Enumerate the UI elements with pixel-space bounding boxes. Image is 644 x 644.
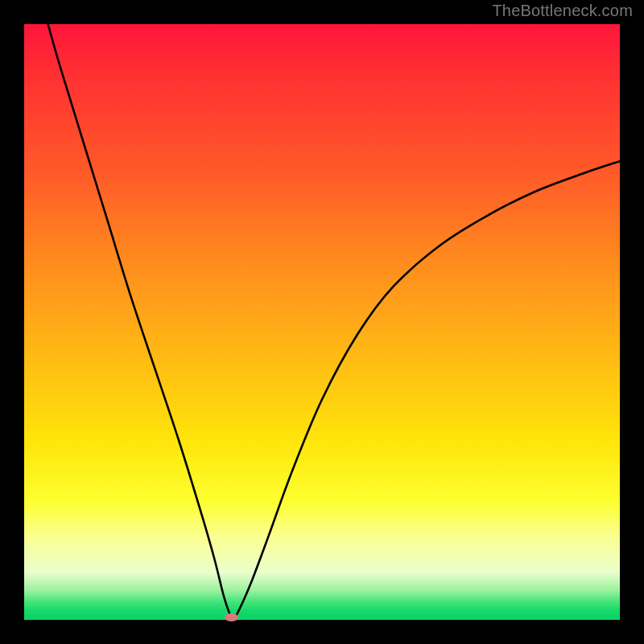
plot-area — [24, 24, 620, 620]
minimum-marker — [225, 613, 237, 621]
chart-frame: TheBottleneck.com — [0, 0, 644, 644]
watermark-text: TheBottleneck.com — [492, 2, 633, 20]
bottleneck-curve — [24, 24, 620, 620]
